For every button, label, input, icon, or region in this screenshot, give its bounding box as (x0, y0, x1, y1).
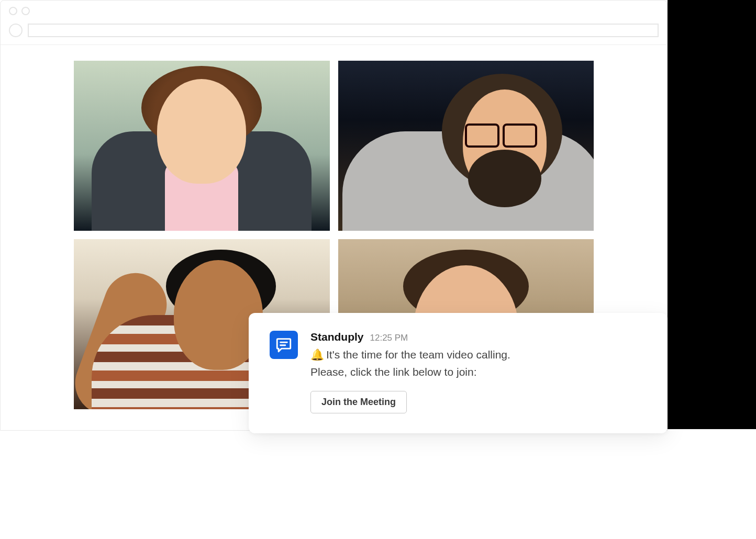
window-dot[interactable] (21, 7, 30, 15)
notification-message: 🔔It's the time for the team video callin… (310, 346, 647, 380)
page-stage: Standuply 12:25 PM 🔔It's the time for th… (0, 0, 668, 431)
video-tile[interactable] (74, 61, 330, 231)
right-black-band (668, 0, 756, 429)
window-controls (9, 7, 30, 15)
glasses-icon (465, 123, 537, 144)
standuply-app-icon (270, 331, 298, 359)
participant-face (157, 79, 246, 184)
notification-header: Standuply 12:25 PM (310, 331, 647, 343)
chat-bubble-icon (275, 336, 293, 354)
bell-icon: 🔔 (310, 349, 324, 361)
notification-body: Standuply 12:25 PM 🔔It's the time for th… (310, 331, 647, 413)
notification-sender: Standuply (310, 331, 364, 343)
participant-beard (468, 150, 541, 207)
back-button[interactable] (9, 24, 23, 37)
notification-line2: Please, click the link below to join: (310, 366, 477, 378)
url-bar[interactable] (28, 24, 659, 37)
window-dot[interactable] (9, 7, 17, 15)
video-tile[interactable] (338, 61, 594, 231)
notification-timestamp: 12:25 PM (370, 333, 408, 343)
join-meeting-button[interactable]: Join the Meeting (310, 391, 407, 413)
browser-toolbar (1, 21, 667, 45)
notification-line1: It's the time for the team video calling… (326, 349, 510, 361)
browser-titlebar (1, 1, 667, 21)
slack-notification-card: Standuply 12:25 PM 🔔It's the time for th… (249, 313, 668, 433)
